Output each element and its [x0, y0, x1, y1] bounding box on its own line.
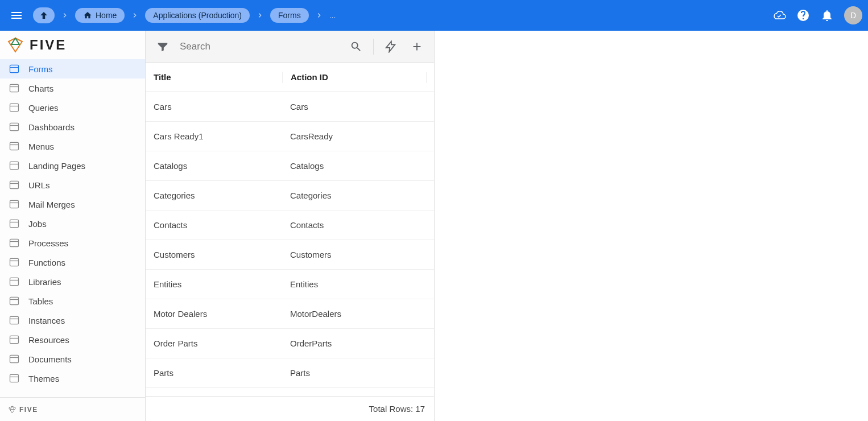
vertical-divider	[373, 39, 374, 55]
table-body[interactable]: CarsCarsCars Ready1CarsReadyCatalogsCata…	[146, 92, 434, 396]
table-row[interactable]: Order PartsOrderParts	[146, 329, 434, 358]
sidebar-item-icon	[8, 372, 20, 385]
svg-rect-11	[10, 162, 19, 169]
sidebar-list[interactable]: FormsChartsQueriesDashboardsMenusLanding…	[0, 59, 145, 397]
table-row[interactable]: Motor DealersMotorDealers	[146, 299, 434, 329]
cloud-sync-icon	[772, 8, 786, 23]
sidebar-item-tables[interactable]: Tables	[0, 291, 145, 311]
sidebar-item-icon	[8, 82, 20, 94]
cell-action-id: CarsReady	[282, 131, 434, 142]
help-button[interactable]	[796, 9, 810, 22]
sidebar-item-label: Mail Merges	[28, 200, 75, 209]
breadcrumb-home[interactable]: Home	[75, 8, 125, 23]
table-row[interactable]: PartsParts	[146, 358, 434, 388]
svg-text:FIVE: FIVE	[19, 406, 38, 414]
sidebar-item-mail-merges[interactable]: Mail Merges	[0, 195, 145, 214]
svg-rect-13	[10, 181, 19, 188]
filter-button[interactable]	[151, 35, 174, 58]
sidebar-item-icon	[8, 295, 20, 307]
breadcrumb-up[interactable]	[33, 7, 55, 23]
sidebar-item-documents[interactable]: Documents	[0, 349, 145, 369]
breadcrumb-trailing: ...	[329, 11, 336, 20]
sidebar-item-label: Themes	[28, 374, 59, 383]
sidebar-item-queries[interactable]: Queries	[0, 98, 145, 117]
svg-rect-17	[10, 220, 19, 227]
hamburger-menu-button[interactable]	[6, 5, 27, 26]
search-input[interactable]	[177, 39, 341, 55]
sidebar-item-dashboards[interactable]: Dashboards	[0, 117, 145, 137]
sidebar-item-label: Processes	[28, 238, 68, 248]
sidebar-item-instances[interactable]: Instances	[0, 311, 145, 330]
search-icon	[350, 40, 362, 53]
sidebar-item-menus[interactable]: Menus	[0, 137, 145, 156]
table-row[interactable]: CategoriesCategories	[146, 181, 434, 210]
sidebar-item-libraries[interactable]: Libraries	[0, 272, 145, 291]
cell-title: Motor Dealers	[146, 309, 282, 319]
sidebar-item-themes[interactable]: Themes	[0, 369, 145, 388]
cell-action-id: Parts	[282, 368, 434, 379]
sidebar-item-label: Functions	[28, 258, 65, 267]
sidebar-item-icon	[8, 353, 20, 365]
sidebar-footer: FIVE	[0, 397, 145, 421]
breadcrumb-applications[interactable]: Applications (Production)	[145, 8, 250, 23]
bolt-icon	[385, 40, 397, 53]
sidebar-item-processes[interactable]: Processes	[0, 233, 145, 253]
cell-action-id: Entities	[282, 279, 434, 290]
cell-action-id: Contacts	[282, 220, 434, 231]
sidebar-item-label: Documents	[28, 354, 72, 364]
table-row[interactable]: ContactsContacts	[146, 210, 434, 240]
cell-title: Entities	[146, 279, 282, 289]
breadcrumb-applications-label: Applications (Production)	[153, 11, 242, 20]
svg-rect-25	[10, 297, 19, 304]
table-row[interactable]: EntitiesEntities	[146, 270, 434, 299]
sidebar-item-forms[interactable]: Forms	[0, 59, 145, 79]
search-button[interactable]	[345, 35, 367, 58]
cell-action-id: OrderParts	[282, 338, 434, 349]
table-row[interactable]: CatalogsCatalogs	[146, 151, 434, 181]
table-footer: Total Rows: 17	[146, 396, 434, 421]
svg-rect-23	[10, 278, 19, 285]
sidebar-item-label: Forms	[28, 64, 53, 74]
cell-title: Contacts	[146, 220, 282, 230]
cell-title: Order Parts	[146, 339, 282, 348]
svg-rect-1	[10, 65, 19, 72]
sidebar-item-resources[interactable]: Resources	[0, 330, 145, 349]
column-header-title[interactable]: Title	[146, 72, 282, 82]
sidebar-item-icon	[8, 256, 20, 269]
table-row[interactable]: CustomersCustomers	[146, 240, 434, 270]
table-row[interactable]: Cars Ready1CarsReady	[146, 122, 434, 151]
sidebar-item-icon	[8, 314, 20, 327]
total-rows-label: Total Rows: 17	[369, 404, 425, 414]
breadcrumb-forms[interactable]: Forms	[270, 8, 309, 23]
hamburger-icon	[10, 9, 23, 22]
five-logo-small-icon: FIVE	[8, 405, 59, 415]
sidebar-item-charts[interactable]: Charts	[0, 79, 145, 98]
sidebar-item-label: Dashboards	[28, 122, 75, 132]
bolt-button[interactable]	[379, 35, 402, 58]
svg-rect-33	[10, 374, 19, 382]
cell-title: Catalogs	[146, 161, 282, 171]
sidebar-item-label: Jobs	[28, 219, 47, 229]
sidebar: FIVE FormsChartsQueriesDashboardsMenusLa…	[0, 31, 146, 421]
sidebar-item-label: Libraries	[28, 277, 61, 287]
help-icon	[796, 9, 810, 22]
add-button[interactable]	[406, 35, 428, 58]
table-row[interactable]: CarsCars	[146, 92, 434, 122]
chevron-right-icon	[60, 11, 69, 20]
svg-rect-3	[10, 84, 19, 92]
sidebar-item-icon	[8, 140, 20, 152]
sidebar-item-jobs[interactable]: Jobs	[0, 214, 145, 233]
notifications-button[interactable]	[820, 9, 834, 22]
chevron-right-icon	[130, 11, 139, 20]
sidebar-item-functions[interactable]: Functions	[0, 253, 145, 272]
sidebar-item-urls[interactable]: URLs	[0, 175, 145, 195]
user-avatar[interactable]: D	[844, 6, 862, 24]
sidebar-item-landing-pages[interactable]: Landing Pages	[0, 156, 145, 175]
cloud-sync-button[interactable]	[772, 9, 786, 22]
breadcrumb-home-label: Home	[96, 11, 117, 20]
sidebar-item-label: Tables	[28, 296, 53, 306]
column-header-action-id[interactable]: Action ID	[282, 72, 426, 83]
chevron-right-icon	[315, 11, 324, 20]
cell-title: Parts	[146, 368, 282, 378]
column-header-end	[426, 72, 434, 83]
